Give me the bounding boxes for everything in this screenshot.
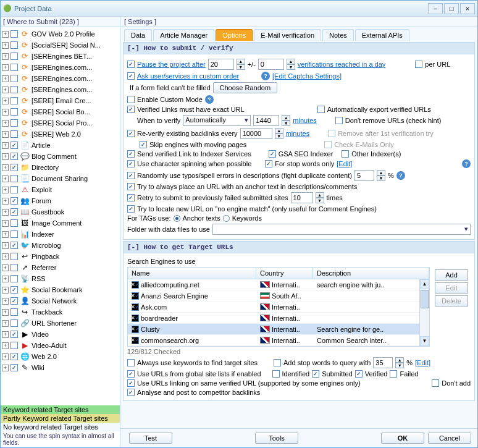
tree-item[interactable]: + ⟳ [SERE] Social Pro... — [2, 117, 119, 129]
item-checkbox[interactable] — [10, 53, 18, 60]
dontadd-checkbox[interactable] — [432, 379, 439, 387]
askorder-checkbox[interactable] — [127, 72, 135, 80]
expand-icon[interactable]: + — [2, 209, 9, 216]
tree-item[interactable]: + ⟳ [SocialSER] Social N... — [2, 40, 119, 51]
autoexp-checkbox[interactable] — [317, 106, 325, 113]
expand-icon[interactable]: + — [2, 298, 9, 305]
usesame-checkbox[interactable] — [127, 379, 135, 387]
expand-icon[interactable]: + — [2, 64, 9, 71]
addstop-input[interactable] — [373, 357, 393, 368]
pause-link[interactable]: Pause the project after — [137, 61, 206, 68]
pause-value-input[interactable] — [208, 59, 234, 70]
item-checkbox[interactable] — [10, 308, 18, 316]
item-checkbox[interactable] — [10, 64, 18, 71]
item-checkbox[interactable] — [10, 75, 18, 82]
whenver-dropdown[interactable]: Automatically — [183, 115, 251, 126]
tab-article-manager[interactable]: Article Manager — [153, 29, 214, 41]
expand-icon[interactable]: + — [2, 220, 9, 227]
item-checkbox[interactable] — [10, 119, 18, 127]
tree-item[interactable]: + ▶ Video — [2, 329, 119, 340]
expand-icon[interactable]: + — [2, 287, 9, 294]
edit-button[interactable]: Edit — [435, 282, 468, 294]
tab-external-apis[interactable]: External APIs — [355, 29, 409, 41]
removeafter-checkbox[interactable] — [328, 130, 335, 137]
expand-icon[interactable]: + — [2, 365, 9, 371]
tab-notes[interactable]: Notes — [322, 29, 354, 41]
item-checkbox[interactable] — [10, 130, 18, 138]
expand-icon[interactable]: + — [2, 320, 9, 327]
tree-item[interactable]: + ⭐ Social Bookmark — [2, 284, 119, 295]
pm-value-input[interactable] — [258, 59, 284, 70]
perurl-checkbox[interactable] — [415, 61, 422, 68]
tab-e-mail-verification[interactable]: E-Mail verification — [254, 29, 321, 41]
whenver-spin[interactable]: ▲▼ — [282, 115, 290, 126]
tree-item[interactable]: + 🔗 URL Shortener — [2, 318, 119, 329]
failed-checkbox[interactable] — [390, 370, 397, 378]
min-link2[interactable]: minutes — [286, 130, 310, 137]
row-checkbox[interactable]: ✕ — [132, 281, 139, 289]
delete-button[interactable]: Delete — [435, 295, 468, 306]
item-checkbox[interactable] — [10, 353, 18, 360]
help-icon[interactable]: ? — [462, 159, 471, 168]
retry-spin[interactable]: ▲▼ — [316, 192, 324, 203]
item-checkbox[interactable] — [10, 164, 18, 171]
item-checkbox[interactable] — [10, 153, 18, 160]
alwayskw-checkbox[interactable] — [127, 359, 135, 366]
item-checkbox[interactable] — [10, 30, 18, 38]
table-row[interactable]: ✕commonsearch.org Internati.. Common Sea… — [128, 335, 419, 346]
tree-item[interactable]: + ⟳ GOV Web 2.0 Profile — [2, 28, 119, 40]
expand-icon[interactable]: + — [2, 253, 9, 260]
item-checkbox[interactable] — [10, 197, 18, 205]
item-checkbox[interactable] — [10, 86, 18, 93]
expand-icon[interactable]: + — [2, 331, 9, 338]
expand-icon[interactable]: + — [2, 175, 9, 182]
choose-random-button[interactable]: Choose Random — [213, 82, 278, 93]
subm-checkbox[interactable] — [312, 370, 319, 378]
grid-body[interactable]: ✕alliedcomputing.net Internati.. search … — [128, 279, 419, 346]
customnode-checkbox[interactable] — [127, 96, 135, 103]
tab-options[interactable]: Options — [216, 29, 253, 41]
tree-item[interactable]: + ⟳ [SEREngines BET... — [2, 51, 119, 62]
test-button[interactable]: Test — [129, 433, 172, 444]
dontrem-checkbox[interactable] — [335, 117, 343, 124]
tree-item[interactable]: + ⟳ [SERE] Social Bo... — [2, 106, 119, 117]
tree-item[interactable]: + ↩ Pingback — [2, 251, 119, 262]
item-checkbox[interactable] — [10, 219, 18, 227]
tree-item[interactable]: + 🐦 Microblog — [2, 240, 119, 251]
expand-icon[interactable]: + — [2, 142, 9, 149]
tree-item[interactable]: + 🖼 Image Comment — [2, 218, 119, 229]
item-checkbox[interactable] — [10, 264, 18, 271]
reverify-num-input[interactable] — [240, 128, 272, 139]
item-checkbox[interactable] — [10, 275, 18, 282]
pm-spin[interactable]: ▲▼ — [287, 59, 295, 70]
verifications-link[interactable]: verifications reached in a day — [298, 61, 385, 68]
tree-item[interactable]: + ⟳ [SEREngines.com... — [2, 84, 119, 95]
ok-button[interactable]: OK — [381, 433, 424, 444]
tools-button[interactable]: Tools — [255, 433, 298, 444]
row-checkbox[interactable]: ✕ — [132, 303, 139, 311]
otheridx-checkbox[interactable] — [342, 150, 349, 158]
expand-icon[interactable]: + — [2, 87, 9, 93]
expand-icon[interactable]: + — [2, 309, 9, 316]
pause-checkbox[interactable] — [127, 61, 135, 68]
grid-scrollbar[interactable]: ▲▼ — [419, 279, 429, 346]
expand-icon[interactable]: + — [2, 153, 9, 160]
expand-icon[interactable]: + — [2, 120, 9, 127]
expand-icon[interactable]: + — [2, 31, 9, 38]
tree-item[interactable]: + ⟳ [SEREngines.com... — [2, 62, 119, 73]
item-checkbox[interactable] — [10, 230, 18, 238]
expand-icon[interactable]: + — [2, 131, 9, 138]
expand-icon[interactable]: + — [2, 264, 9, 271]
item-checkbox[interactable] — [10, 142, 18, 149]
stopwords-checkbox[interactable] — [265, 160, 272, 167]
edit-link2[interactable]: [Edit] — [415, 359, 430, 366]
item-checkbox[interactable] — [10, 364, 18, 371]
sendidx-checkbox[interactable] — [127, 150, 135, 158]
analyse-checkbox[interactable] — [127, 389, 135, 396]
useglobal-checkbox[interactable] — [127, 370, 135, 378]
randtypos-checkbox[interactable] — [127, 172, 135, 179]
gsaseo-checkbox[interactable] — [269, 150, 276, 158]
whenver-num-input[interactable] — [253, 115, 279, 126]
row-checkbox[interactable]: ✕ — [132, 337, 139, 344]
table-row[interactable]: ✕Ask.com Internati.. — [128, 302, 419, 313]
